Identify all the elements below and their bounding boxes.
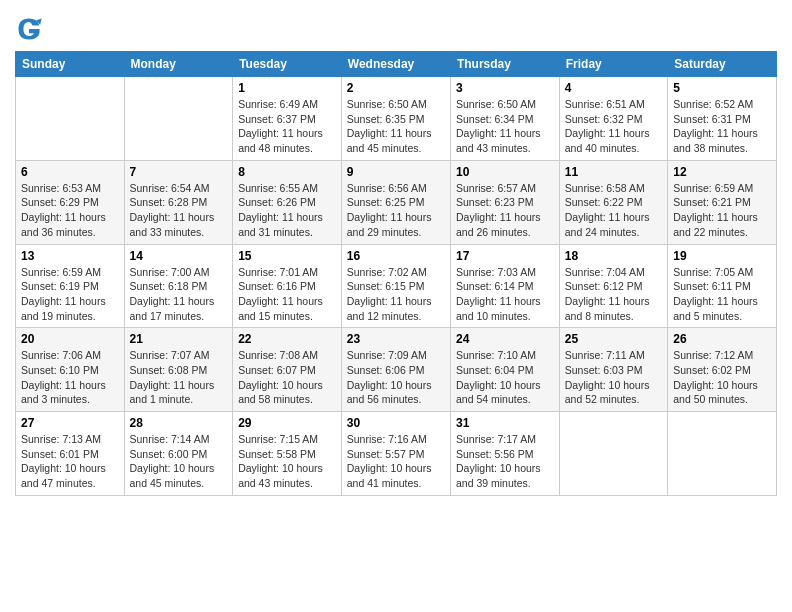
calendar-cell: 31Sunrise: 7:17 AMSunset: 5:56 PMDayligh… [450, 412, 559, 496]
day-number: 24 [456, 332, 554, 346]
day-number: 14 [130, 249, 228, 263]
header [15, 10, 777, 43]
weekday-header-cell: Thursday [450, 52, 559, 77]
day-info: Sunrise: 6:49 AMSunset: 6:37 PMDaylight:… [238, 97, 336, 156]
calendar-cell [16, 77, 125, 161]
day-number: 11 [565, 165, 662, 179]
day-number: 10 [456, 165, 554, 179]
day-number: 16 [347, 249, 445, 263]
day-info: Sunrise: 6:58 AMSunset: 6:22 PMDaylight:… [565, 181, 662, 240]
calendar-cell: 4Sunrise: 6:51 AMSunset: 6:32 PMDaylight… [559, 77, 667, 161]
logo-icon [15, 15, 43, 43]
calendar-cell [668, 412, 777, 496]
page: SundayMondayTuesdayWednesdayThursdayFrid… [0, 0, 792, 612]
day-info: Sunrise: 6:55 AMSunset: 6:26 PMDaylight:… [238, 181, 336, 240]
calendar-cell: 5Sunrise: 6:52 AMSunset: 6:31 PMDaylight… [668, 77, 777, 161]
calendar-cell: 14Sunrise: 7:00 AMSunset: 6:18 PMDayligh… [124, 244, 233, 328]
logo [15, 15, 47, 43]
calendar-cell: 16Sunrise: 7:02 AMSunset: 6:15 PMDayligh… [341, 244, 450, 328]
day-info: Sunrise: 7:14 AMSunset: 6:00 PMDaylight:… [130, 432, 228, 491]
calendar-cell: 25Sunrise: 7:11 AMSunset: 6:03 PMDayligh… [559, 328, 667, 412]
day-number: 25 [565, 332, 662, 346]
calendar-cell: 21Sunrise: 7:07 AMSunset: 6:08 PMDayligh… [124, 328, 233, 412]
calendar-week-row: 1Sunrise: 6:49 AMSunset: 6:37 PMDaylight… [16, 77, 777, 161]
calendar-cell: 17Sunrise: 7:03 AMSunset: 6:14 PMDayligh… [450, 244, 559, 328]
weekday-header-cell: Wednesday [341, 52, 450, 77]
day-number: 5 [673, 81, 771, 95]
day-info: Sunrise: 7:17 AMSunset: 5:56 PMDaylight:… [456, 432, 554, 491]
weekday-header-cell: Tuesday [233, 52, 342, 77]
day-info: Sunrise: 6:53 AMSunset: 6:29 PMDaylight:… [21, 181, 119, 240]
day-number: 7 [130, 165, 228, 179]
day-number: 2 [347, 81, 445, 95]
calendar-cell: 9Sunrise: 6:56 AMSunset: 6:25 PMDaylight… [341, 160, 450, 244]
day-number: 3 [456, 81, 554, 95]
day-info: Sunrise: 7:08 AMSunset: 6:07 PMDaylight:… [238, 348, 336, 407]
day-info: Sunrise: 6:54 AMSunset: 6:28 PMDaylight:… [130, 181, 228, 240]
weekday-header-row: SundayMondayTuesdayWednesdayThursdayFrid… [16, 52, 777, 77]
day-number: 8 [238, 165, 336, 179]
day-number: 4 [565, 81, 662, 95]
calendar-cell: 15Sunrise: 7:01 AMSunset: 6:16 PMDayligh… [233, 244, 342, 328]
weekday-header-cell: Sunday [16, 52, 125, 77]
day-number: 6 [21, 165, 119, 179]
calendar: SundayMondayTuesdayWednesdayThursdayFrid… [15, 51, 777, 496]
calendar-cell: 1Sunrise: 6:49 AMSunset: 6:37 PMDaylight… [233, 77, 342, 161]
calendar-cell: 28Sunrise: 7:14 AMSunset: 6:00 PMDayligh… [124, 412, 233, 496]
calendar-cell: 30Sunrise: 7:16 AMSunset: 5:57 PMDayligh… [341, 412, 450, 496]
day-info: Sunrise: 7:04 AMSunset: 6:12 PMDaylight:… [565, 265, 662, 324]
day-info: Sunrise: 7:02 AMSunset: 6:15 PMDaylight:… [347, 265, 445, 324]
day-number: 21 [130, 332, 228, 346]
day-number: 28 [130, 416, 228, 430]
calendar-cell: 18Sunrise: 7:04 AMSunset: 6:12 PMDayligh… [559, 244, 667, 328]
calendar-cell: 20Sunrise: 7:06 AMSunset: 6:10 PMDayligh… [16, 328, 125, 412]
day-info: Sunrise: 7:10 AMSunset: 6:04 PMDaylight:… [456, 348, 554, 407]
day-info: Sunrise: 7:06 AMSunset: 6:10 PMDaylight:… [21, 348, 119, 407]
calendar-week-row: 27Sunrise: 7:13 AMSunset: 6:01 PMDayligh… [16, 412, 777, 496]
calendar-body: 1Sunrise: 6:49 AMSunset: 6:37 PMDaylight… [16, 77, 777, 496]
day-number: 1 [238, 81, 336, 95]
day-number: 27 [21, 416, 119, 430]
day-info: Sunrise: 6:50 AMSunset: 6:34 PMDaylight:… [456, 97, 554, 156]
calendar-cell [124, 77, 233, 161]
calendar-cell: 29Sunrise: 7:15 AMSunset: 5:58 PMDayligh… [233, 412, 342, 496]
day-number: 26 [673, 332, 771, 346]
calendar-cell: 22Sunrise: 7:08 AMSunset: 6:07 PMDayligh… [233, 328, 342, 412]
day-info: Sunrise: 6:59 AMSunset: 6:19 PMDaylight:… [21, 265, 119, 324]
calendar-cell: 19Sunrise: 7:05 AMSunset: 6:11 PMDayligh… [668, 244, 777, 328]
day-info: Sunrise: 6:57 AMSunset: 6:23 PMDaylight:… [456, 181, 554, 240]
calendar-cell: 6Sunrise: 6:53 AMSunset: 6:29 PMDaylight… [16, 160, 125, 244]
day-number: 13 [21, 249, 119, 263]
day-info: Sunrise: 7:05 AMSunset: 6:11 PMDaylight:… [673, 265, 771, 324]
weekday-header-cell: Friday [559, 52, 667, 77]
day-info: Sunrise: 7:15 AMSunset: 5:58 PMDaylight:… [238, 432, 336, 491]
day-number: 18 [565, 249, 662, 263]
calendar-cell: 8Sunrise: 6:55 AMSunset: 6:26 PMDaylight… [233, 160, 342, 244]
calendar-cell: 23Sunrise: 7:09 AMSunset: 6:06 PMDayligh… [341, 328, 450, 412]
calendar-cell: 13Sunrise: 6:59 AMSunset: 6:19 PMDayligh… [16, 244, 125, 328]
calendar-cell: 26Sunrise: 7:12 AMSunset: 6:02 PMDayligh… [668, 328, 777, 412]
day-info: Sunrise: 7:12 AMSunset: 6:02 PMDaylight:… [673, 348, 771, 407]
day-info: Sunrise: 7:09 AMSunset: 6:06 PMDaylight:… [347, 348, 445, 407]
day-info: Sunrise: 7:07 AMSunset: 6:08 PMDaylight:… [130, 348, 228, 407]
day-info: Sunrise: 6:59 AMSunset: 6:21 PMDaylight:… [673, 181, 771, 240]
day-number: 20 [21, 332, 119, 346]
calendar-week-row: 20Sunrise: 7:06 AMSunset: 6:10 PMDayligh… [16, 328, 777, 412]
day-info: Sunrise: 6:52 AMSunset: 6:31 PMDaylight:… [673, 97, 771, 156]
calendar-cell: 27Sunrise: 7:13 AMSunset: 6:01 PMDayligh… [16, 412, 125, 496]
day-number: 15 [238, 249, 336, 263]
calendar-cell [559, 412, 667, 496]
day-info: Sunrise: 7:13 AMSunset: 6:01 PMDaylight:… [21, 432, 119, 491]
day-info: Sunrise: 6:56 AMSunset: 6:25 PMDaylight:… [347, 181, 445, 240]
day-info: Sunrise: 7:11 AMSunset: 6:03 PMDaylight:… [565, 348, 662, 407]
calendar-cell: 12Sunrise: 6:59 AMSunset: 6:21 PMDayligh… [668, 160, 777, 244]
day-number: 19 [673, 249, 771, 263]
calendar-cell: 10Sunrise: 6:57 AMSunset: 6:23 PMDayligh… [450, 160, 559, 244]
calendar-cell: 2Sunrise: 6:50 AMSunset: 6:35 PMDaylight… [341, 77, 450, 161]
day-number: 22 [238, 332, 336, 346]
calendar-cell: 24Sunrise: 7:10 AMSunset: 6:04 PMDayligh… [450, 328, 559, 412]
day-number: 17 [456, 249, 554, 263]
calendar-week-row: 6Sunrise: 6:53 AMSunset: 6:29 PMDaylight… [16, 160, 777, 244]
day-number: 30 [347, 416, 445, 430]
day-number: 29 [238, 416, 336, 430]
